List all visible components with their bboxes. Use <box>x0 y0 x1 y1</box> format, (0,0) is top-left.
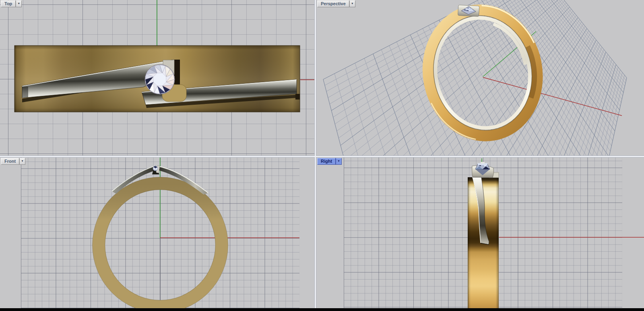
chevron-down-icon[interactable]: ▾ <box>349 0 355 7</box>
bezel-perspective <box>458 5 479 17</box>
top-view-canvas <box>0 0 314 156</box>
chevron-down-icon[interactable]: ▾ <box>336 158 342 165</box>
viewport-perspective[interactable]: Perspective ▾ <box>316 0 644 156</box>
tab-perspective[interactable]: Perspective ▾ <box>317 0 355 7</box>
chevron-down-icon[interactable]: ▾ <box>16 0 22 7</box>
y-axis-top-view <box>157 0 157 46</box>
viewport-right[interactable]: Right ▾ <box>316 158 644 311</box>
bottom-black-bar <box>0 308 644 311</box>
ring-model-right-view[interactable] <box>468 162 499 311</box>
diamond-top-view <box>145 64 175 94</box>
band-slot <box>174 60 180 88</box>
tab-front-label[interactable]: Front <box>1 158 19 165</box>
front-view-canvas <box>0 158 314 311</box>
perspective-canvas <box>316 0 644 156</box>
tab-right-label[interactable]: Right <box>317 158 336 165</box>
tab-front[interactable]: Front ▾ <box>1 158 25 165</box>
tab-top-label[interactable]: Top <box>1 0 16 7</box>
cad-app-window: Top ▾ <box>0 0 644 311</box>
ring-model-top-view[interactable] <box>14 46 300 112</box>
chevron-down-icon[interactable]: ▾ <box>19 158 25 165</box>
right-view-canvas <box>316 158 644 311</box>
tab-perspective-label[interactable]: Perspective <box>317 0 349 7</box>
viewport-top[interactable]: Top ▾ <box>0 0 314 156</box>
viewport-front[interactable]: Front ▾ <box>0 158 314 311</box>
tab-top[interactable]: Top ▾ <box>1 0 22 7</box>
tab-right[interactable]: Right ▾ <box>317 158 342 165</box>
